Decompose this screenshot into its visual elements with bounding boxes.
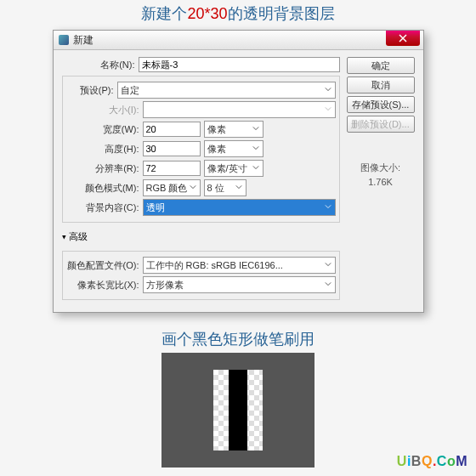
dialog-title: 新建 [73, 33, 94, 48]
pixelaspect-select[interactable]: 方形像素 [143, 276, 336, 293]
resolution-input[interactable] [143, 161, 201, 176]
step1-size: 20*30 [187, 5, 227, 22]
step1-title: 新建个20*30的透明背景图层 [0, 0, 476, 27]
button-sidebar: 确定 取消 存储预设(S)... 删除预设(D)... 图像大小: 1.76K [347, 57, 415, 303]
height-unit-select[interactable]: 像素 [204, 140, 264, 157]
chevron-down-icon [251, 162, 261, 173]
step2-title: 画个黑色矩形做笔刷用 [0, 326, 476, 353]
expand-icon: ▸ [60, 235, 68, 240]
transparent-layer [213, 370, 263, 450]
resolution-unit: 像素/英寸 [207, 162, 247, 175]
chevron-down-icon [188, 182, 198, 192]
width-unit-select[interactable]: 像素 [204, 121, 264, 138]
advanced-label: 高级 [69, 231, 88, 241]
chevron-down-icon [323, 84, 333, 94]
resolution-label: 分辨率(R): [66, 162, 143, 175]
cancel-button[interactable]: 取消 [347, 76, 415, 94]
pixelaspect-label: 像素长宽比(X): [66, 279, 143, 292]
step1-prefix: 新建个 [141, 5, 187, 22]
canvas-preview [162, 353, 314, 468]
width-label: 宽度(W): [66, 123, 143, 136]
bgcontent-value: 透明 [146, 201, 165, 214]
preset-group: 预设(P): 自定 大小(I): 宽度(W): 像素 高度(H): 像素 [62, 76, 340, 223]
preset-value: 自定 [121, 84, 139, 97]
colorprofile-value: 工作中的 RGB: sRGB IEC6196... [146, 259, 283, 272]
app-icon [59, 35, 69, 45]
preset-select[interactable]: 自定 [117, 82, 336, 99]
width-input[interactable] [143, 122, 201, 137]
close-button[interactable] [386, 31, 420, 46]
advanced-toggle[interactable]: ▸高级 [62, 226, 340, 247]
step1-suffix: 的透明背景图层 [228, 5, 335, 22]
filesize-label: 图像大小: [347, 161, 415, 175]
chevron-down-icon [323, 201, 333, 212]
advanced-group: 颜色配置文件(O): 工作中的 RGB: sRGB IEC6196... 像素长… [62, 251, 340, 300]
form-area: 名称(N): 预设(P): 自定 大小(I): 宽度(W): 像素 [62, 57, 340, 303]
chevron-down-icon [323, 104, 333, 114]
colordepth-value: 8 位 [207, 182, 224, 195]
titlebar: 新建 [54, 31, 423, 50]
height-input[interactable] [143, 141, 201, 156]
bgcontent-select[interactable]: 透明 [143, 199, 336, 216]
filesize-display: 图像大小: 1.76K [347, 161, 415, 189]
colormode-select[interactable]: RGB 颜色 [143, 179, 201, 196]
new-document-dialog: 新建 名称(N): 预设(P): 自定 大小(I): 宽度(W): [53, 30, 424, 313]
chevron-down-icon [251, 143, 261, 153]
resolution-unit-select[interactable]: 像素/英寸 [204, 160, 264, 177]
colorprofile-label: 颜色配置文件(O): [66, 259, 143, 272]
width-unit: 像素 [207, 123, 226, 136]
preset-label: 预设(P): [66, 84, 117, 97]
height-unit: 像素 [207, 143, 226, 156]
ok-button[interactable]: 确定 [347, 57, 415, 74]
chevron-down-icon [234, 182, 244, 192]
height-label: 高度(H): [66, 143, 143, 156]
size-label: 大小(I): [66, 104, 143, 116]
chevron-down-icon [251, 123, 261, 133]
pixelaspect-value: 方形像素 [146, 279, 184, 292]
colormode-value: RGB 颜色 [146, 182, 188, 195]
bgcontent-label: 背景内容(C): [66, 201, 143, 214]
chevron-down-icon [323, 259, 333, 269]
close-icon [399, 34, 407, 42]
colordepth-select[interactable]: 8 位 [204, 179, 246, 196]
colormode-label: 颜色模式(M): [66, 182, 143, 195]
size-select [143, 101, 336, 118]
chevron-down-icon [323, 279, 333, 289]
colorprofile-select[interactable]: 工作中的 RGB: sRGB IEC6196... [143, 257, 336, 274]
delete-preset-button: 删除预设(D)... [347, 116, 415, 133]
filesize-value: 1.76K [347, 175, 415, 190]
black-rectangle [229, 370, 247, 450]
name-label: 名称(N): [62, 59, 139, 71]
watermark: UiBQ.CoM [397, 454, 468, 469]
save-preset-button[interactable]: 存储预设(S)... [347, 96, 415, 113]
name-input[interactable] [139, 57, 340, 72]
